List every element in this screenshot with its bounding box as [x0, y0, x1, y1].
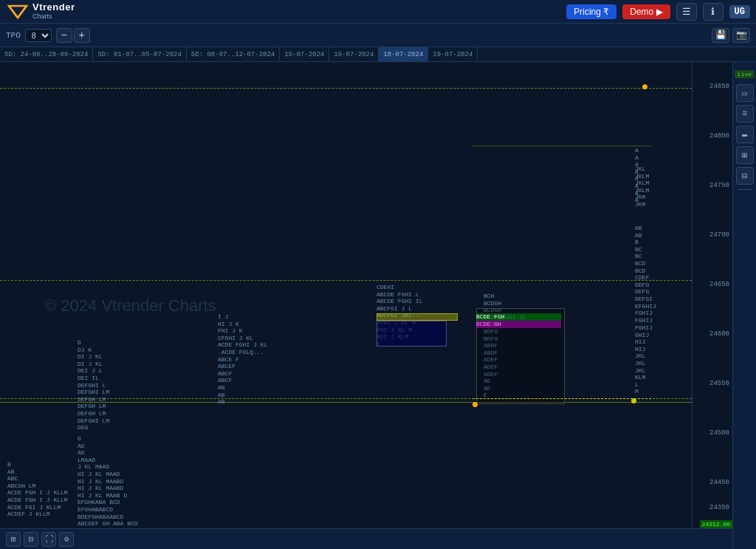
datebar: 5D: 24-06..28-06-2024 5D: 01-07..05-07-2…	[0, 47, 756, 62]
svg-marker-0	[9, 6, 27, 18]
bottom-bar: ⊞ ⊟ ⛶ ⚙	[0, 528, 732, 549]
sidebar-icon-bar[interactable]: ▬	[736, 126, 754, 143]
price-24550: 24550	[709, 380, 729, 387]
date-3: 5D: 08-07..12-07-2024	[187, 47, 280, 61]
price-24600: 24600	[709, 330, 729, 338]
toolbar-right: 💾 📷	[712, 28, 750, 43]
price-24750: 24750	[709, 182, 729, 189]
date-5: 16-07-2024	[329, 47, 379, 61]
sidebar-icon-rect[interactable]: ▭	[736, 84, 754, 102]
dashed-yellow-18jul	[472, 398, 651, 399]
minus-button[interactable]: −	[56, 28, 72, 43]
toolbar: TPO 8 − + 💾 📷	[0, 24, 756, 47]
bottom-grid-icon[interactable]: ⊞	[6, 532, 21, 547]
price-24450: 24450	[709, 479, 729, 486]
tpo-col7d: FGHIJ GHIJ HIJ HIJ JKL JKL JKL KLM L M	[635, 324, 653, 395]
logo: Vtrender Charts	[6, 2, 75, 20]
logo-icon	[6, 3, 30, 21]
bottom-fullscreen-icon[interactable]: ⛶	[41, 532, 56, 547]
price-current: 24312.00	[700, 520, 732, 528]
tpo-18jul-poc: BCDE GH	[476, 321, 501, 328]
price-24650: 24650	[709, 281, 729, 288]
info-dot-top	[642, 84, 647, 89]
tpo-mid1: I J HI J K FHI J K CFGHI J KL ACDE FGHI …	[218, 313, 267, 406]
tpo-seg2: D DJ K DI J KL DI J KL DEI J L DEI IL DE…	[78, 339, 109, 432]
tpo-18jul-vah: BCDE FGH	[476, 313, 504, 321]
price-24700: 24700	[709, 231, 729, 239]
poc-dot-19jul	[631, 398, 636, 403]
tpo-select[interactable]: 8	[25, 29, 52, 42]
menu-icon[interactable]: ☰	[676, 3, 697, 21]
save-icon[interactable]: 💾	[712, 28, 729, 43]
value-line-mid	[0, 280, 692, 281]
price-line-high	[472, 146, 651, 146]
tpo-label: TPO	[6, 31, 21, 40]
main: © 2024 Vtrender Charts B AB ABC ABCGH LM…	[0, 62, 756, 549]
tpo-col7b: JKL JKLM JKLM JKLM JKM JKM	[635, 166, 649, 208]
sidebar-icon-menu[interactable]: ≡	[736, 105, 754, 123]
tpo-seg2b: D AD AD LMAAD J KL MAAD HI J KL MAAD HI …	[78, 435, 138, 528]
date-6: 18-07-2024	[379, 47, 428, 61]
value-line-top	[0, 88, 692, 89]
date-2: 5D: 01-07..05-07-2024	[93, 47, 186, 61]
pricing-button[interactable]: Pricing ₹	[566, 4, 616, 19]
price-scale: 24850 24800 24750 24700 24650 24600 2455…	[692, 62, 732, 549]
box-dark	[377, 321, 447, 347]
tpo-col7c: AB AB B BC BC BCD BCD CDEF DEFG DEFG DEF…	[635, 225, 656, 324]
demo-button[interactable]: Demo ▶	[622, 4, 670, 19]
right-sidebar: Live ▭ ≡ ▬ ⊞ ⊟	[732, 62, 756, 549]
sidebar-divider	[738, 189, 752, 190]
price-24350: 24350	[709, 504, 729, 511]
price-24500: 24500	[709, 429, 729, 437]
logo-name: Vtrender	[32, 2, 75, 13]
header: Vtrender Charts Pricing ₹ Demo ▶ ☰ ℹ UG	[0, 0, 756, 24]
price-24800: 24800	[709, 132, 729, 140]
date-1: 5D: 24-06..28-06-2024	[0, 47, 93, 61]
box-yellow	[377, 313, 458, 321]
chart-area[interactable]: © 2024 Vtrender Charts B AB ABC ABCGH LM…	[0, 62, 692, 549]
plus-button[interactable]: +	[74, 28, 90, 43]
camera-icon[interactable]: 📷	[732, 28, 750, 43]
user-badge[interactable]: UG	[729, 5, 750, 18]
info-icon[interactable]: ℹ	[703, 3, 724, 21]
svg-line-2	[18, 6, 27, 18]
poc-dot-18jul	[472, 402, 478, 407]
tpo-old-1: B AB ABC ABCGH LM ACDE FGH I J KLLM ACDE…	[7, 461, 68, 518]
bottom-split-icon[interactable]: ⊟	[24, 532, 38, 547]
tpo-chart: B AB ABC ABCGH LM ACDE FGH I J KLLM ACDE…	[0, 62, 692, 528]
live-badge: Live	[735, 70, 755, 78]
bottom-settings-icon[interactable]: ⚙	[59, 532, 74, 547]
logo-subtitle: Charts	[32, 13, 75, 21]
svg-line-1	[9, 6, 18, 18]
sidebar-icon-grid4[interactable]: ⊞	[736, 146, 754, 164]
price-24850: 24850	[709, 83, 729, 90]
date-7: 19-07-2024	[428, 47, 478, 61]
date-4: 15-07-2024	[280, 47, 329, 61]
sidebar-icon-grid2[interactable]: ⊟	[736, 167, 754, 185]
